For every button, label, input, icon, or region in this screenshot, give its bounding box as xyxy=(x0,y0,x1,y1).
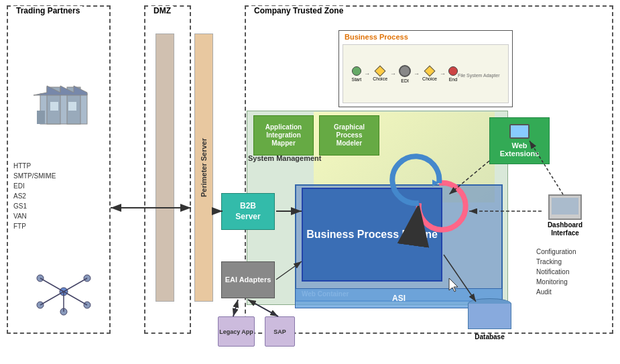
smtp-label: SMTP/SMIME xyxy=(13,171,56,181)
legacy-app-box: Legacy App xyxy=(218,316,255,347)
legacy-app-label: Legacy App xyxy=(219,328,253,335)
bp-arrow-4: → xyxy=(440,70,446,77)
monitor-icon xyxy=(509,124,530,139)
notification-label: Notification xyxy=(536,267,576,277)
bp-choice-start-label: Choice xyxy=(373,76,387,81)
trading-partners-label: Trading Partners xyxy=(13,6,82,15)
bp-arrow-2: → xyxy=(390,70,396,77)
http-label: HTTP xyxy=(13,161,56,171)
gs1-label: GS1 xyxy=(13,201,56,211)
config-labels: Configuration Tracking Notification Moni… xyxy=(536,247,576,297)
protocol-labels: HTTP SMTP/SMIME EDI AS2 GS1 VAN FTP xyxy=(13,161,56,231)
svg-line-30 xyxy=(233,300,238,316)
eai-adapters-label: EAI Adapters xyxy=(225,275,271,284)
dmz-bar xyxy=(156,34,174,302)
business-process-box: Business Process Start → Choice → EDI → … xyxy=(338,30,513,107)
dmz-label: DMZ xyxy=(151,6,174,15)
bp-end-label: End xyxy=(449,77,457,82)
bp-inner: Start → Choice → EDI → Choice → End xyxy=(343,44,509,103)
bp-diamond-1 xyxy=(375,65,386,76)
bp-edi-node: EDI xyxy=(399,65,411,83)
as2-label: AS2 xyxy=(13,191,56,201)
bp-arrow-1: → xyxy=(364,70,370,77)
bp-start-circle xyxy=(352,66,361,76)
database-label: Database xyxy=(468,333,511,341)
db-cylinder xyxy=(468,298,511,332)
db-body xyxy=(468,304,511,329)
bp-end-circle xyxy=(448,66,458,76)
dashboard-box: Dashboard Interface xyxy=(542,194,588,237)
bp-start-label: Start xyxy=(351,77,361,82)
audit-label: Audit xyxy=(536,287,576,297)
bp-arrow-3: → xyxy=(414,70,420,77)
perimeter-server: Perimeter Server xyxy=(194,34,213,302)
config-label: Configuration xyxy=(536,247,576,257)
b2b-server-box: B2BServer xyxy=(221,193,275,230)
b2b-server-label: B2BServer xyxy=(235,201,260,222)
tracking-label: Tracking xyxy=(536,257,576,267)
dashboard-label: Dashboard Interface xyxy=(542,221,588,237)
perimeter-server-label: Perimeter Server xyxy=(200,138,208,197)
eai-adapters-box: EAI Adapters xyxy=(221,261,275,298)
monitoring-label: Monitoring xyxy=(536,277,576,287)
database xyxy=(468,298,511,332)
aim-label: Application Integration Mapper xyxy=(257,123,310,147)
bp-choice-start-node: Choice xyxy=(373,67,387,81)
ftp-label: FTP xyxy=(13,221,56,231)
fs-adapter-label: File System Adapter xyxy=(458,73,500,78)
van-label: VAN xyxy=(13,211,56,221)
trusted-label: Company Trusted Zone xyxy=(251,6,346,15)
aim-box: Application Integration Mapper xyxy=(253,115,314,156)
bpe-box: Business Process Engine xyxy=(302,188,442,282)
gpm-label: Graphical Process Modeler xyxy=(322,123,376,147)
bp-start-node: Start xyxy=(351,66,361,82)
edi-label: EDI xyxy=(13,181,56,191)
sap-box: SAP xyxy=(265,316,295,347)
asi-label: ASI xyxy=(392,294,406,303)
bp-gear xyxy=(399,65,411,77)
sap-label: SAP xyxy=(273,328,286,335)
bp-label: Business Process xyxy=(345,33,408,41)
dashboard-screen xyxy=(552,198,578,215)
bp-end-node: End xyxy=(448,66,458,82)
bp-edi-label: EDI xyxy=(401,78,409,83)
bpe-label: Business Process Engine xyxy=(306,228,438,242)
bp-diamond-2 xyxy=(424,65,435,76)
web-extensions-label: Web Extensions xyxy=(493,141,546,158)
bp-choice-end-label: Choice xyxy=(422,76,437,81)
dashboard-monitor xyxy=(548,194,582,220)
bp-flow: Start → Choice → EDI → Choice → End xyxy=(351,65,457,83)
gpm-box: Graphical Process Modeler xyxy=(319,115,379,156)
web-extensions-box: Web Extensions xyxy=(489,117,550,164)
svg-line-28 xyxy=(233,300,238,316)
bp-choice-end-node: Choice xyxy=(422,67,437,81)
